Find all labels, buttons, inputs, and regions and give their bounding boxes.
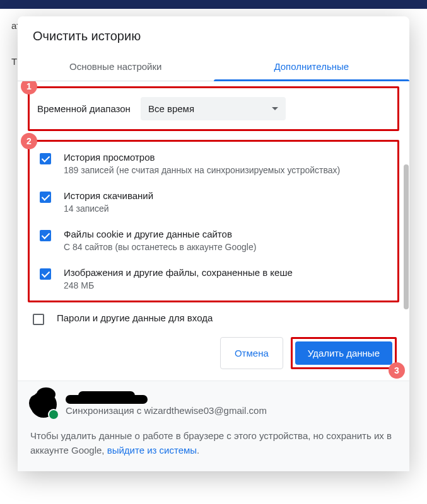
modal-actions: Отмена Удалить данные 3 [18,326,409,381]
item-subtitle: 189 записей (не считая данных на синхрон… [64,165,390,175]
item-title: Файлы cookie и другие данные сайтов [64,229,390,239]
list-item: Пароли и другие данные для входа 27 синх… [28,307,399,326]
modal-footer: Синхронизация с wizardthewise03@gmail.co… [18,381,409,471]
clear-history-modal: Очистить историю Основные настройки Допо… [18,16,409,471]
footer-note-text: Чтобы удалить данные о работе в браузере… [30,430,392,455]
browser-topbar [0,0,427,9]
time-range-label: Временной диапазон [37,103,131,114]
chevron-down-icon [272,107,278,110]
item-title: Пароли и другие данные для входа [57,312,397,323]
checkbox-cached-images[interactable] [40,268,51,280]
checkbox-browsing-history[interactable] [40,153,51,164]
tab-advanced[interactable]: Дополнительные [214,54,410,81]
checkbox-cookies[interactable] [40,230,51,241]
item-title: История просмотров [64,152,390,163]
annotation-badge-2: 2 [21,133,37,149]
list-item: Изображения и другие файлы, сохраненные … [35,262,392,295]
cancel-button[interactable]: Отмена [220,337,283,369]
sync-status-icon [48,409,59,420]
footer-note: Чтобы удалить данные о работе в браузере… [30,429,397,457]
item-subtitle: С 84 сайтов (вы останетесь в аккаунте Go… [64,242,390,252]
checkbox-passwords[interactable] [33,314,44,325]
annotation-box-1: 1 Временной диапазон Все время [28,86,399,131]
sign-out-link[interactable]: выйдите из системы [107,445,197,455]
list-item: История просмотров 189 записей (не счита… [35,147,392,185]
item-subtitle: 248 МБ [64,280,390,290]
avatar [30,391,57,418]
footer-note-text: . [197,445,199,455]
item-title: Изображения и другие файлы, сохраненные … [64,267,390,278]
time-range-value: Все время [148,103,194,114]
annotation-badge-3: 3 [389,362,405,379]
item-title: История скачиваний [64,190,390,201]
item-subtitle: 14 записей [64,203,390,214]
scrollbar-thumb[interactable] [404,164,409,309]
list-item: История скачиваний 14 записей [35,185,392,224]
time-range-select[interactable]: Все время [141,97,286,120]
annotation-badge-1: 1 [21,81,37,94]
annotation-box-2: 2 История просмотров 189 записей (не счи… [28,140,399,302]
checkbox-download-history[interactable] [40,192,51,203]
user-name-redacted [66,394,154,405]
scrollbar[interactable] [404,164,409,398]
delete-data-button[interactable]: Удалить данные [295,341,392,365]
modal-title: Очистить историю [18,16,409,54]
list-item: Файлы cookie и другие данные сайтов С 84… [35,224,392,262]
user-sync-text: Синхронизация с wizardthewise03@gmail.co… [66,405,267,416]
user-row: Синхронизация с wizardthewise03@gmail.co… [30,391,397,418]
scroll-area[interactable]: 1 Временной диапазон Все время 2 История… [18,81,409,326]
tabs: Основные настройки Дополнительные [18,54,409,81]
tab-basic[interactable]: Основные настройки [18,54,214,81]
annotation-box-3: Удалить данные 3 [291,337,397,369]
